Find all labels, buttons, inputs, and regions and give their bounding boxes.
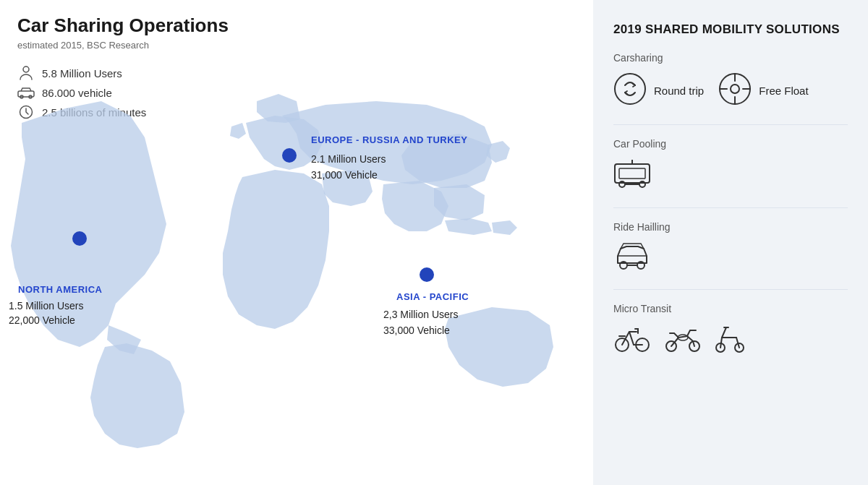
bicycle-icon [613, 323, 651, 356]
page-title: Car Sharing Operations [17, 14, 576, 37]
svg-text:NORTH AMERICA: NORTH AMERICA [18, 284, 103, 295]
category-carpooling: Car Pooling [613, 138, 848, 150]
svg-point-17 [615, 74, 645, 104]
stat-users: 5.8 Million Users [17, 65, 576, 81]
category-microtransit: Micro Transit [613, 303, 848, 314]
divider-3 [613, 289, 848, 290]
svg-point-7 [420, 267, 434, 282]
sidebar-title: 2019 SHARED MOBILITY SOLUTIONS [613, 22, 848, 38]
section-carsharing: Carsharing Round trip [613, 52, 848, 108]
main-content: Car Sharing Operations estimated 2015, B… [0, 0, 593, 485]
section-carpooling: Car Pooling [613, 138, 848, 192]
sidebar: 2019 SHARED MOBILITY SOLUTIONS Carsharin… [593, 0, 868, 485]
ridehailing-icon [613, 260, 651, 272]
section-microtransit: Micro Transit [613, 303, 848, 356]
roundtrip-icon [613, 72, 647, 108]
svg-text:1.5 Million Users: 1.5 Million Users [9, 300, 83, 312]
svg-text:22,000 Vehicle: 22,000 Vehicle [9, 314, 75, 326]
svg-rect-24 [615, 164, 650, 183]
microtransit-icons-row [613, 323, 848, 356]
page-subtitle: estimated 2015, BSC Research [17, 40, 576, 51]
person-icon [17, 65, 35, 81]
freefloat-icon [718, 72, 752, 108]
svg-text:2,3 Million Users: 2,3 Million Users [383, 309, 458, 320]
svg-point-6 [282, 148, 297, 163]
world-map: .continent { fill: #b8cce8; opacity: 0.7… [0, 80, 593, 455]
divider-2 [613, 207, 848, 208]
svg-text:EUROPE - RUSSIA  AND TURKEY: EUROPE - RUSSIA AND TURKEY [311, 134, 467, 145]
carpooling-icon [613, 179, 651, 191]
svg-text:31,000 Vehicle: 31,000 Vehicle [311, 169, 378, 181]
stat-users-text: 5.8 Million Users [42, 67, 122, 80]
category-ridehailing: Ride Hailling [613, 221, 848, 233]
svg-point-0 [23, 66, 29, 72]
category-carsharing: Carsharing [613, 52, 848, 64]
divider-1 [613, 124, 848, 125]
roundtrip-option: Round trip [613, 72, 704, 108]
moped-icon [664, 323, 702, 356]
svg-text:2.1 Million Users: 2.1 Million Users [311, 153, 386, 165]
svg-point-19 [731, 85, 739, 93]
svg-point-5 [72, 231, 87, 246]
svg-text:ASIA - PACIFIC: ASIA - PACIFIC [396, 291, 469, 302]
carsharing-icons-row: Round trip Free Float [613, 72, 848, 108]
section-ridehailing: Ride Hailling [613, 221, 848, 273]
map-container: .continent { fill: #b8cce8; opacity: 0.7… [0, 80, 593, 485]
svg-rect-25 [619, 168, 645, 179]
kickscooter-icon [715, 323, 745, 356]
freefloat-label: Free Float [759, 85, 808, 97]
svg-text:33,000 Vehicle: 33,000 Vehicle [383, 325, 450, 336]
freefloat-option: Free Float [718, 72, 808, 108]
roundtrip-label: Round trip [654, 85, 704, 97]
